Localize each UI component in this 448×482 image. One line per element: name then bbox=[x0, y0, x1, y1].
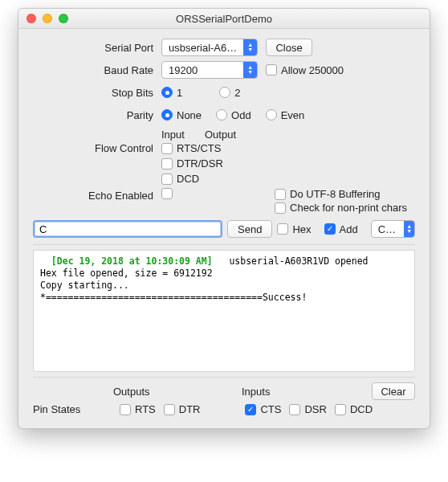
parity-none-radio[interactable] bbox=[161, 109, 173, 120]
echo-enabled-checkbox[interactable] bbox=[161, 188, 173, 199]
terminal-line1: usbserial-A603R1VD opened bbox=[213, 255, 369, 267]
send-button[interactable]: Send bbox=[227, 220, 272, 238]
terminal-timestamp: [Dec 19, 2018 at 10:30:09 AM] bbox=[51, 255, 213, 267]
terminal-line2: Hex file opened, size = 6912192 bbox=[40, 268, 213, 279]
hex-checkbox[interactable] bbox=[277, 223, 288, 235]
serial-port-value: usbserial-A603... bbox=[169, 42, 243, 54]
rts-cts-label: RTS/CTS bbox=[177, 142, 221, 154]
app-window: ORSSerialPortDemo Serial Port usbserial-… bbox=[18, 8, 430, 429]
baud-rate-select[interactable]: 19200 ▲▼ bbox=[161, 61, 258, 79]
clear-button-label: Clear bbox=[381, 386, 405, 398]
utf8-buffering-checkbox[interactable] bbox=[275, 189, 286, 200]
terminal-line4: *=======================================… bbox=[40, 292, 307, 303]
allow-250000-label: Allow 250000 bbox=[281, 64, 344, 76]
titlebar: ORSSerialPortDemo bbox=[18, 9, 430, 29]
serial-port-select[interactable]: usbserial-A603... ▲▼ bbox=[161, 39, 258, 56]
allow-250000-checkbox[interactable] bbox=[266, 64, 277, 76]
label-output-header: Output bbox=[205, 129, 236, 141]
window-title: ORSSerialPortDemo bbox=[18, 13, 430, 25]
stop-bits-1-label: 1 bbox=[177, 87, 182, 99]
send-input[interactable] bbox=[33, 220, 222, 238]
terminal-output: [Dec 19, 2018 at 10:30:09 AM] usbserial-… bbox=[33, 250, 415, 372]
stop-bits-2-radio[interactable] bbox=[219, 87, 230, 98]
parity-even-radio[interactable] bbox=[266, 109, 277, 120]
rts-cts-checkbox[interactable] bbox=[161, 143, 173, 154]
label-pin-states: Pin States bbox=[33, 403, 105, 415]
utf8-buffering-label: Do UTF-8 Buffering bbox=[290, 188, 380, 200]
dsr-in-checkbox[interactable] bbox=[289, 404, 300, 415]
clear-button[interactable]: Clear bbox=[372, 382, 415, 400]
hex-label: Hex bbox=[292, 223, 311, 235]
terminator-select[interactable]: CR (\r) ▲▼ bbox=[371, 220, 415, 238]
dtr-out-label: DTR bbox=[179, 403, 201, 415]
window-minimize-dot[interactable] bbox=[43, 14, 52, 23]
dcd-checkbox[interactable] bbox=[161, 174, 173, 185]
label-serial-port: Serial Port bbox=[33, 42, 161, 54]
cts-in-checkbox[interactable] bbox=[245, 404, 256, 415]
stop-bits-1-radio[interactable] bbox=[161, 87, 173, 98]
dcd-in-label: DCD bbox=[350, 403, 373, 415]
rts-out-label: RTS bbox=[135, 403, 156, 415]
dtr-dsr-checkbox[interactable] bbox=[161, 158, 173, 170]
check-nonprint-checkbox[interactable] bbox=[275, 202, 286, 214]
terminal-line3: Copy starting... bbox=[40, 280, 129, 291]
select-arrows-icon: ▲▼ bbox=[243, 62, 257, 78]
parity-none-label: None bbox=[177, 109, 202, 121]
window-zoom-dot[interactable] bbox=[59, 14, 68, 23]
check-nonprint-label: Check for non-print chars bbox=[290, 202, 407, 214]
parity-even-label: Even bbox=[281, 109, 305, 121]
label-stop-bits: Stop Bits bbox=[33, 87, 161, 99]
terminator-value: CR (\r) bbox=[378, 223, 405, 235]
select-arrows-icon: ▲▼ bbox=[243, 39, 257, 55]
parity-odd-radio[interactable] bbox=[216, 109, 227, 120]
select-arrows-icon: ▲▼ bbox=[404, 221, 414, 237]
add-checkbox[interactable] bbox=[324, 223, 336, 235]
label-flow-control: Flow Control bbox=[33, 142, 161, 154]
dcd-in-checkbox[interactable] bbox=[335, 404, 346, 415]
stop-bits-2-label: 2 bbox=[234, 87, 240, 99]
close-button[interactable]: Close bbox=[266, 39, 312, 56]
label-echo-enabled: Echo Enabled bbox=[33, 188, 161, 202]
rts-out-checkbox[interactable] bbox=[120, 404, 131, 415]
dsr-in-label: DSR bbox=[304, 403, 326, 415]
label-baud-rate: Baud Rate bbox=[33, 64, 161, 76]
label-parity: Parity bbox=[33, 109, 161, 121]
dtr-dsr-label: DTR/DSR bbox=[177, 157, 223, 170]
window-close-dot[interactable] bbox=[26, 14, 36, 23]
divider bbox=[33, 244, 415, 245]
dtr-out-checkbox[interactable] bbox=[164, 404, 175, 415]
outputs-header: Outputs bbox=[113, 386, 202, 398]
divider bbox=[33, 377, 415, 378]
cts-in-label: CTS bbox=[260, 403, 281, 415]
inputs-header: Inputs bbox=[242, 386, 330, 398]
close-button-label: Close bbox=[275, 42, 302, 54]
baud-rate-value: 19200 bbox=[169, 64, 243, 76]
add-label: Add bbox=[340, 223, 358, 235]
send-button-label: Send bbox=[238, 223, 262, 235]
label-input-header: Input bbox=[161, 129, 190, 141]
parity-odd-label: Odd bbox=[231, 109, 251, 121]
dcd-label: DCD bbox=[177, 173, 199, 185]
